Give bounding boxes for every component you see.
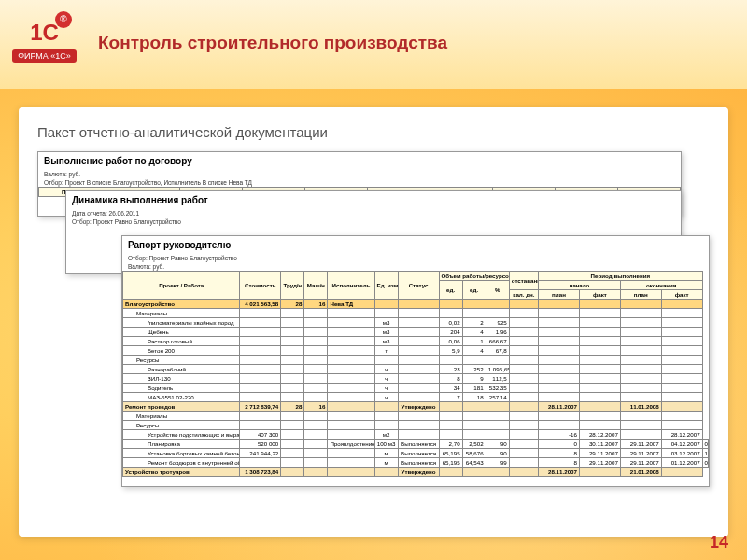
- cell: [398, 356, 439, 365]
- cell: [240, 328, 281, 337]
- table-row: Водительч34181532,35: [123, 384, 709, 393]
- cell: [304, 430, 328, 440]
- r3-h-mach: Маш/ч: [304, 272, 328, 300]
- cell: [439, 430, 462, 440]
- cell: Ремонт бордюров с внутренней обвязкой: [123, 458, 240, 468]
- cell: ч: [374, 384, 398, 393]
- cell: 16: [304, 402, 328, 412]
- cell: [374, 309, 398, 318]
- table-row: Материалы: [123, 309, 709, 318]
- cell: [328, 356, 374, 365]
- cell: [620, 365, 661, 374]
- cell: 29.11.2007: [579, 449, 620, 458]
- cell: [509, 300, 538, 309]
- cell: [620, 356, 661, 365]
- table-row: Благоустройство4 021 563,582816Нева ТД: [123, 300, 709, 309]
- header-band: 1C ® ФИРМА «1С» Контроль строительного п…: [0, 0, 747, 89]
- cell: [509, 468, 538, 477]
- cell: [328, 449, 374, 458]
- cell: [509, 318, 538, 328]
- r3-h-cost: Стоимость: [240, 272, 281, 300]
- cell: [539, 365, 580, 374]
- cell: 257,14: [486, 393, 509, 402]
- cell: [579, 384, 620, 393]
- cell: [661, 337, 702, 346]
- cell: [240, 421, 281, 430]
- cell: 5,9: [439, 346, 462, 356]
- cell: [240, 365, 281, 374]
- cell: 0,06: [439, 337, 462, 346]
- cell: [462, 468, 486, 477]
- cell: [579, 468, 620, 477]
- report1-filter: Отбор: Проект В списке Благоустройство, …: [38, 178, 681, 187]
- cell: [462, 402, 486, 412]
- cell: 18: [462, 393, 486, 402]
- cell: м: [374, 458, 398, 468]
- cell: [398, 412, 439, 421]
- cell: [579, 309, 620, 318]
- cell: [304, 468, 328, 477]
- cell: [240, 309, 281, 318]
- cell: 12.12.2007: [702, 449, 708, 458]
- cell: 28: [281, 300, 304, 309]
- cell: [620, 346, 661, 356]
- logo-text: 1C: [30, 21, 59, 44]
- table-row: Планировка520 000Проявлдостением100 м3Вы…: [123, 440, 709, 449]
- cell: [281, 468, 304, 477]
- cell: [486, 309, 509, 318]
- cell: [304, 365, 328, 374]
- cell: [579, 356, 620, 365]
- cell: [281, 346, 304, 356]
- cell: [579, 412, 620, 421]
- cell: [661, 300, 702, 309]
- cell: 03.12.2007: [661, 449, 702, 458]
- cell: [509, 449, 538, 458]
- cell: 23: [439, 365, 462, 374]
- table-row: Ремонт бордюров с внутренней обвязкоймВы…: [123, 458, 709, 468]
- cell: [509, 365, 538, 374]
- cell: [661, 318, 702, 328]
- cell: 29.11.2007: [620, 440, 661, 449]
- cell: [509, 384, 538, 393]
- r3-h-plan1: план: [539, 290, 580, 300]
- cell: 0: [539, 440, 580, 449]
- cell: Ресурсы: [123, 356, 240, 365]
- r3-h-status: Статус: [398, 272, 439, 300]
- cell: Планировка: [123, 440, 240, 449]
- cell: [328, 393, 374, 402]
- cell: [328, 328, 374, 337]
- cell: [439, 356, 462, 365]
- cell: [579, 393, 620, 402]
- cell: 11.01.2008: [620, 402, 661, 412]
- cell: [281, 440, 304, 449]
- cell: [240, 384, 281, 393]
- table-row: Щебеньм320441,96: [123, 328, 709, 337]
- cell: Материалы: [123, 412, 240, 421]
- cell: 29.11.2007: [579, 458, 620, 468]
- cell: [579, 318, 620, 328]
- r3-h-plan2: план: [620, 290, 661, 300]
- cell: [486, 402, 509, 412]
- cell: 65,195: [439, 458, 462, 468]
- cell: [398, 337, 439, 346]
- report3-filter: Отбор: Проект Равно Благоустройство: [122, 254, 709, 262]
- cell: [398, 365, 439, 374]
- cell: [240, 337, 281, 346]
- cell: ЗИЛ-130: [123, 374, 240, 384]
- cell: [328, 430, 374, 440]
- cell: 90: [486, 449, 509, 458]
- cell: [661, 468, 702, 477]
- cell: [374, 468, 398, 477]
- cell: [579, 402, 620, 412]
- cell: 28: [281, 402, 304, 412]
- table-row: Ресурсы: [123, 356, 709, 365]
- cell: Раствор готовый: [123, 337, 240, 346]
- cell: [539, 384, 580, 393]
- cell: [398, 328, 439, 337]
- cell: [620, 300, 661, 309]
- cell: [462, 300, 486, 309]
- cell: 28.11.2007: [539, 468, 580, 477]
- cell: [579, 337, 620, 346]
- cell: [509, 421, 538, 430]
- cell: [240, 374, 281, 384]
